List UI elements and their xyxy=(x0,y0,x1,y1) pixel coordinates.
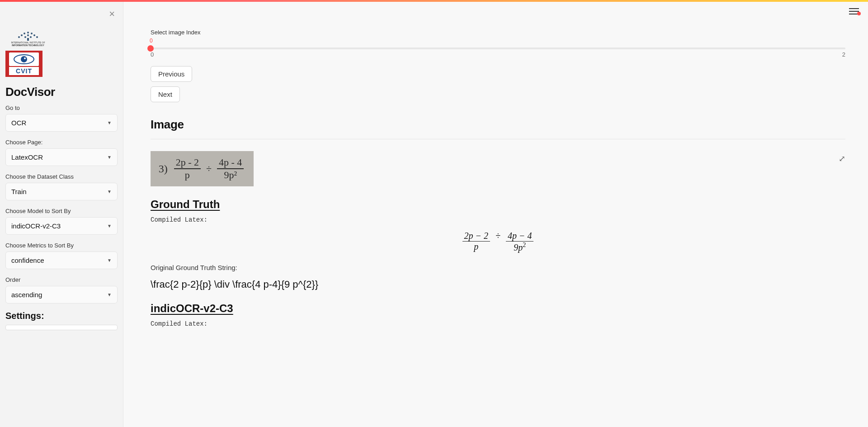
svg-point-5 xyxy=(27,34,29,36)
metric-sort-value: confidence xyxy=(11,256,44,264)
expand-icon[interactable]: ⤢ xyxy=(839,154,845,164)
rendered-latex-gt: 2p − 2 p ÷ 4p − 4 9p2 xyxy=(151,231,845,253)
model-sort-select[interactable]: indicOCR-v2-C3 ▼ xyxy=(5,217,118,235)
settings-heading: Settings: xyxy=(5,311,118,321)
svg-point-15 xyxy=(24,57,26,59)
ground-truth-heading: Ground Truth xyxy=(151,198,845,211)
previous-button[interactable]: Previous xyxy=(151,66,192,82)
order-value: ascending xyxy=(11,291,42,299)
chevron-down-icon: ▼ xyxy=(107,189,112,194)
image-heading: Image xyxy=(151,118,845,132)
slider-min: 0 xyxy=(151,51,154,58)
close-sidebar-button[interactable]: × xyxy=(109,8,115,20)
iiit-logo: INTERNATIONAL INSTITUTE OF INFORMATION T… xyxy=(5,26,118,48)
svg-point-14 xyxy=(21,56,27,62)
slider-thumb[interactable] xyxy=(147,45,154,52)
choose-page-label: Choose Page: xyxy=(5,139,118,146)
cvit-logo-text: CVIT xyxy=(9,67,39,75)
source-image: 3) 2p - 2 p ÷ 4p - 4 9p² xyxy=(151,151,254,186)
eye-icon xyxy=(9,52,39,66)
slider-value: 0 xyxy=(150,38,845,44)
compiled-latex-label-model: Compiled Latex: xyxy=(151,320,845,327)
goto-select[interactable]: OCR ▼ xyxy=(5,114,118,132)
dataset-class-label: Choose the Dataset Class xyxy=(5,173,118,180)
svg-point-1 xyxy=(24,33,25,34)
order-select[interactable]: ascending ▼ xyxy=(5,286,118,304)
goto-value: OCR xyxy=(11,119,26,127)
gt-string-label: Original Ground Truth String: xyxy=(151,264,845,271)
metric-sort-label: Choose Metrics to Sort By xyxy=(5,242,118,249)
goto-label: Go to xyxy=(5,104,118,111)
model-sort-label: Choose Model to Sort By xyxy=(5,208,118,214)
model-output-heading: indicOCR-v2-C3 xyxy=(151,302,845,315)
dataset-class-value: Train xyxy=(11,188,27,195)
hamburger-menu-button[interactable] xyxy=(849,8,859,16)
chevron-down-icon: ▼ xyxy=(107,155,112,160)
choose-page-value: LatexOCR xyxy=(11,153,43,161)
svg-point-7 xyxy=(30,36,32,38)
svg-point-3 xyxy=(21,34,23,36)
chevron-down-icon: ▼ xyxy=(107,258,112,263)
compiled-latex-label: Compiled Latex: xyxy=(151,216,845,223)
choose-page-select[interactable]: LatexOCR ▼ xyxy=(5,148,118,166)
svg-point-8 xyxy=(18,36,20,38)
svg-point-4 xyxy=(33,34,35,36)
svg-text:INFORMATION TECHNOLOGY: INFORMATION TECHNOLOGY xyxy=(12,44,44,47)
gt-latex-string: \frac{2 p-2}{p} \div \frac{4 p-4}{9 p^{2… xyxy=(151,279,845,290)
chevron-down-icon: ▼ xyxy=(107,292,112,297)
svg-point-0 xyxy=(27,32,29,33)
settings-box[interactable] xyxy=(5,325,118,330)
svg-rect-10 xyxy=(27,38,29,41)
sidebar: × INTERNATIONAL INSTITUTE OF INFORMATION… xyxy=(0,2,123,427)
chevron-down-icon: ▼ xyxy=(107,223,112,228)
divider xyxy=(151,139,845,139)
slider-label: Select image Index xyxy=(151,29,845,36)
svg-point-9 xyxy=(36,36,38,38)
app-title: DocVisor xyxy=(5,85,118,99)
model-sort-value: indicOCR-v2-C3 xyxy=(11,222,61,230)
svg-point-2 xyxy=(31,33,33,34)
chevron-down-icon: ▼ xyxy=(107,120,112,125)
image-index-slider[interactable] xyxy=(151,47,845,49)
question-number: 3) xyxy=(159,163,168,175)
svg-point-6 xyxy=(24,36,26,38)
cvit-logo: CVIT xyxy=(5,51,118,77)
dataset-class-select[interactable]: Train ▼ xyxy=(5,183,118,200)
metric-sort-select[interactable]: confidence ▼ xyxy=(5,251,118,269)
order-label: Order xyxy=(5,276,118,283)
main-content: Select image Index 0 0 2 Previous Next I… xyxy=(123,2,868,427)
next-button[interactable]: Next xyxy=(151,86,180,102)
slider-max: 2 xyxy=(842,51,845,58)
